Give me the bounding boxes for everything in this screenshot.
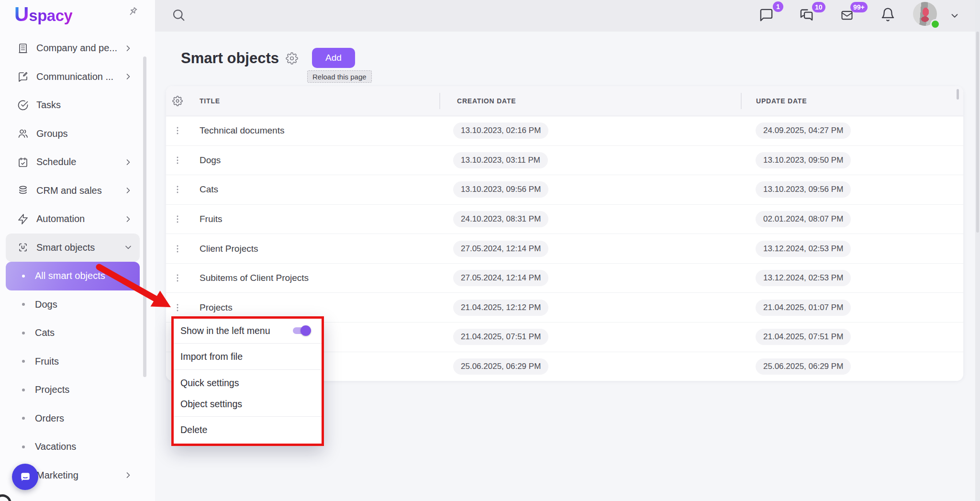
- pin-sidebar-icon[interactable]: [126, 6, 139, 18]
- sidebar-item-label: Tasks: [36, 100, 61, 111]
- menu-divider: [174, 369, 322, 370]
- logo-u-glyph: U: [14, 4, 29, 25]
- table-header: TITLE CREATION DATE UPDATE DATE: [166, 86, 963, 116]
- sidebar-item-label: Orders: [35, 413, 64, 424]
- menu-item-show-in-left-menu[interactable]: Show in the left menu: [180, 325, 270, 336]
- bullet-icon: [22, 275, 25, 278]
- table-row[interactable]: Dogs 13.10.2023, 03:11 PM 13.10.2023, 09…: [166, 146, 963, 176]
- table-row[interactable]: Technical documents 13.10.2023, 02:16 PM…: [166, 116, 963, 146]
- sidebar-item-label: Vacations: [35, 441, 76, 452]
- chat-badge: 1: [773, 1, 783, 12]
- users-icon: [17, 128, 29, 139]
- row-menu-kebab-icon[interactable]: [172, 154, 183, 167]
- column-header-update-date: UPDATE DATE: [756, 97, 807, 105]
- table-row[interactable]: Fruits 24.10.2023, 08:31 PM 02.01.2024, …: [166, 205, 963, 234]
- table-scrollbar-thumb[interactable]: [957, 89, 959, 100]
- row-title: Subitems of Client Projects: [200, 273, 309, 283]
- update-date-pill: 13.10.2023, 09:56 PM: [756, 181, 851, 198]
- bullet-icon: [22, 445, 25, 448]
- search-icon[interactable]: [171, 8, 186, 22]
- menu-item-import-from-file[interactable]: Import from file: [180, 351, 243, 362]
- chevron-down-icon: [123, 243, 133, 252]
- uspacy-logo[interactable]: U spacy: [14, 4, 72, 25]
- creation-date-pill: 13.10.2023, 09:56 PM: [453, 181, 548, 198]
- row-menu-kebab-icon[interactable]: [172, 243, 183, 255]
- table-settings-gear-icon[interactable]: [172, 96, 183, 106]
- menu-item-delete[interactable]: Delete: [180, 424, 207, 435]
- row-menu-kebab-icon[interactable]: [172, 124, 183, 137]
- sidebar-item-label: Dogs: [35, 299, 57, 310]
- page-settings-gear-icon[interactable]: [286, 52, 298, 65]
- chat-pencil-icon: [17, 71, 29, 82]
- chat-icon[interactable]: [759, 8, 774, 22]
- sidebar-item-label: All smart objects: [35, 270, 105, 281]
- creation-date-pill: 27.05.2024, 12:14 PM: [453, 241, 548, 257]
- bullet-icon: [22, 417, 25, 420]
- update-date-pill: 02.01.2024, 08:07 PM: [756, 211, 851, 227]
- show-in-left-menu-toggle[interactable]: [293, 327, 309, 334]
- sidebar-item-label: CRM and sales: [36, 185, 102, 196]
- intercom-chat-launcher[interactable]: [12, 464, 38, 490]
- row-title: Cats: [200, 184, 218, 195]
- update-date-pill: 13.10.2023, 09:50 PM: [756, 152, 851, 168]
- chevron-right-icon: [123, 470, 133, 480]
- sidebar-item-dogs[interactable]: Dogs: [6, 290, 140, 319]
- row-menu-kebab-icon[interactable]: [172, 213, 183, 225]
- column-divider[interactable]: [439, 93, 440, 109]
- sidebar-item-projects[interactable]: Projects: [6, 376, 140, 404]
- page-scrollbar-thumb[interactable]: [976, 32, 979, 233]
- menu-item-quick-settings[interactable]: Quick settings: [180, 378, 239, 389]
- row-title: Fruits: [200, 214, 223, 224]
- bullet-icon: [22, 303, 25, 306]
- sidebar-item-orders[interactable]: Orders: [6, 404, 140, 433]
- page-scrollbar[interactable]: [975, 0, 980, 501]
- sidebar-nav: Company and pe... Communication ... Task…: [0, 34, 155, 490]
- sidebar-item-all-smart-objects[interactable]: All smart objects: [6, 262, 140, 290]
- creation-date-pill: 21.04.2025, 07:51 PM: [453, 329, 548, 345]
- toggle-knob: [301, 325, 311, 336]
- sidebar-scrollbar[interactable]: [143, 56, 146, 377]
- sidebar-item-company[interactable]: Company and pe...: [6, 34, 140, 63]
- building-icon: [17, 43, 29, 54]
- sidebar-item-label: Automation: [36, 213, 85, 224]
- update-date-pill: 21.04.2025, 01:07 PM: [756, 300, 851, 316]
- sidebar-item-label: Communication ...: [36, 71, 113, 82]
- sidebar-item-fruits[interactable]: Fruits: [6, 347, 140, 376]
- group-chat-icon[interactable]: [799, 8, 814, 22]
- sidebar-item-automation[interactable]: Automation: [6, 205, 140, 234]
- lightning-icon: [17, 213, 29, 225]
- table-row[interactable]: Cats 13.10.2023, 09:56 PM 13.10.2023, 09…: [166, 175, 963, 205]
- sidebar-item-communication[interactable]: Communication ...: [6, 63, 140, 91]
- sidebar-item-vacations[interactable]: Vacations: [6, 433, 140, 461]
- check-circle-icon: [17, 100, 29, 111]
- row-menu-kebab-icon[interactable]: [172, 183, 183, 196]
- profile-chevron-down-icon[interactable]: [949, 11, 960, 21]
- topbar: 1 10 99+: [155, 0, 980, 32]
- sidebar-item-groups[interactable]: Groups: [6, 120, 140, 148]
- table-row[interactable]: Client Projects 27.05.2024, 12:14 PM 13.…: [166, 234, 963, 264]
- sidebar-item-label: Projects: [35, 384, 69, 395]
- table-row[interactable]: Subitems of Client Projects 27.05.2024, …: [166, 264, 963, 293]
- add-button[interactable]: Add: [312, 48, 355, 68]
- row-menu-kebab-icon[interactable]: [172, 272, 183, 284]
- calendar-check-icon: [17, 156, 29, 168]
- menu-item-object-settings[interactable]: Object settings: [180, 399, 242, 410]
- column-header-creation-date: CREATION DATE: [457, 97, 516, 105]
- update-date-pill: 24.09.2025, 04:27 PM: [756, 122, 851, 139]
- sidebar-item-schedule[interactable]: Schedule: [6, 148, 140, 177]
- sidebar-item-label: Company and pe...: [36, 43, 117, 54]
- sidebar: U spacy Company and pe... Communication …: [0, 0, 155, 501]
- row-title: Technical documents: [200, 125, 284, 136]
- sidebar-item-smart-objects[interactable]: Smart objects: [6, 234, 140, 262]
- sidebar-item-tasks[interactable]: Tasks: [6, 91, 140, 120]
- creation-date-pill: 21.04.2025, 12:12 PM: [453, 300, 548, 316]
- bullet-icon: [22, 332, 25, 334]
- sidebar-item-label: Schedule: [36, 156, 76, 167]
- update-date-pill: 13.12.2024, 02:53 PM: [756, 241, 851, 257]
- notifications-bell-icon[interactable]: [880, 7, 895, 22]
- row-menu-kebab-icon[interactable]: [172, 301, 183, 314]
- sidebar-item-crm[interactable]: CRM and sales: [6, 177, 140, 205]
- online-status-dot: [930, 19, 940, 29]
- column-divider[interactable]: [741, 93, 742, 109]
- sidebar-item-cats[interactable]: Cats: [6, 319, 140, 347]
